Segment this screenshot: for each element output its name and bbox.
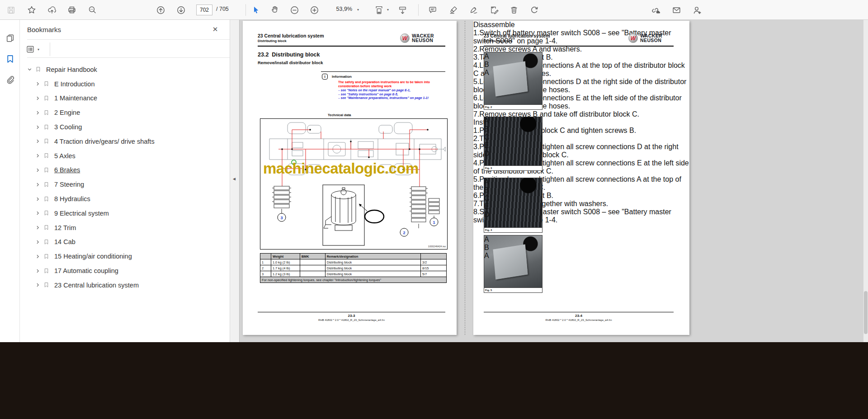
- bookmark-item[interactable]: 8 Hydraulics: [20, 192, 230, 206]
- bookmark-item[interactable]: 3 Cooling: [20, 120, 230, 134]
- scrollbar-thumb[interactable]: [864, 291, 868, 334]
- bookmark-label[interactable]: 6 Brakes: [54, 166, 80, 174]
- bookmark-ribbon-icon: [43, 124, 52, 131]
- vertical-scrollbar[interactable]: [863, 20, 868, 342]
- bookmark-item[interactable]: 15 Heating/air conditioning: [20, 249, 230, 264]
- chevron-right-icon[interactable]: [35, 197, 43, 202]
- cross-reference-link[interactable]: – see "Maintenance preparations, instruc…: [338, 96, 437, 100]
- chevron-right-icon[interactable]: [35, 139, 43, 144]
- bookmark-item[interactable]: 5 Axles: [20, 149, 230, 163]
- chevron-right-icon[interactable]: [35, 268, 43, 273]
- chevron-right-icon[interactable]: [35, 254, 43, 259]
- bookmark-item[interactable]: 17 Automatic coupling: [20, 264, 230, 278]
- bookmark-item[interactable]: 7 Steering: [20, 177, 230, 192]
- bookmark-label[interactable]: 17 Automatic coupling: [54, 267, 118, 274]
- bookmark-label[interactable]: Repair Handbook: [46, 66, 97, 73]
- cross-reference-link[interactable]: – see "Safety instructions" on page E-5,: [338, 93, 437, 97]
- page-number-input[interactable]: [196, 5, 212, 15]
- cross-reference-link[interactable]: – see "Notes on the repair manual" on pa…: [338, 89, 437, 93]
- bookmark-item[interactable]: 6 Brakes: [20, 163, 230, 178]
- bookmark-label[interactable]: E Introduction: [54, 80, 94, 88]
- sign-icon[interactable]: [466, 2, 482, 18]
- chevron-right-icon[interactable]: [35, 211, 43, 216]
- bookmark-ribbon-icon: [43, 167, 52, 174]
- scroll-mode-icon[interactable]: [394, 2, 410, 18]
- table-cell: [300, 271, 325, 277]
- hand-tool-icon[interactable]: [267, 2, 283, 18]
- highlight-icon[interactable]: [445, 2, 462, 18]
- share-with-people-icon[interactable]: [689, 2, 705, 18]
- chevron-right-icon[interactable]: [35, 110, 43, 115]
- table-header-cell: Weight: [271, 254, 300, 259]
- bookmark-label[interactable]: 14 Cab: [54, 238, 75, 245]
- next-page-icon[interactable]: [173, 2, 189, 18]
- bookmark-label[interactable]: 4 Traction drive/gears/ drive shafts: [54, 138, 155, 145]
- collapse-panel-icon[interactable]: ◄: [232, 176, 236, 181]
- header-rule: [258, 46, 445, 47]
- save-icon[interactable]: [3, 2, 19, 18]
- panel-splitter[interactable]: ◄: [230, 20, 240, 342]
- chevron-down-icon[interactable]: [27, 67, 35, 72]
- bookmark-item[interactable]: 1 Maintenance: [20, 91, 230, 106]
- chevron-right-icon[interactable]: [35, 81, 43, 86]
- bookmark-label[interactable]: 15 Heating/air conditioning: [54, 253, 132, 260]
- star-favorites-icon[interactable]: [24, 2, 40, 18]
- chevron-right-icon[interactable]: [35, 282, 43, 287]
- chevron-right-icon[interactable]: [35, 225, 43, 230]
- zoom-out-icon[interactable]: [286, 2, 302, 18]
- chevron-right-icon[interactable]: [35, 96, 43, 101]
- bookmarks-icon[interactable]: [2, 51, 18, 67]
- share-cloud-icon[interactable]: [44, 2, 60, 18]
- bookmark-label[interactable]: 9 Electrical system: [54, 210, 109, 217]
- bookmark-ribbon-icon: [43, 80, 52, 87]
- chevron-right-icon[interactable]: [35, 125, 43, 130]
- attachments-icon[interactable]: [2, 71, 18, 88]
- bookmark-ribbon-icon: [43, 253, 52, 260]
- bookmark-item[interactable]: 14 Cab: [20, 235, 230, 250]
- zoom-dropdown-caret-icon[interactable]: ▾: [357, 8, 359, 12]
- disassemble-title: Disassemble: [473, 21, 689, 29]
- bookmark-label[interactable]: 23 Central lubrication system: [54, 282, 139, 289]
- redo-icon[interactable]: [526, 2, 542, 18]
- bookmark-item[interactable]: 2 Engine: [20, 105, 230, 120]
- bookmark-item[interactable]: Repair Handbook: [20, 62, 230, 77]
- bookmark-ribbon-icon: [43, 196, 52, 202]
- chevron-right-icon[interactable]: [35, 182, 43, 187]
- bookmark-label[interactable]: 1 Maintenance: [54, 94, 97, 102]
- bookmark-label[interactable]: 7 Steering: [54, 181, 84, 188]
- delete-icon[interactable]: [506, 2, 522, 18]
- zoom-level-value[interactable]: 53,9%: [330, 6, 352, 12]
- find-icon[interactable]: [84, 2, 100, 18]
- select-tool-icon[interactable]: [248, 2, 264, 18]
- bookmark-label[interactable]: 12 Trim: [54, 224, 76, 231]
- bookmark-item[interactable]: E Introduction: [20, 77, 230, 91]
- document-area[interactable]: 23 Central lubrication system Distributi…: [240, 20, 868, 342]
- bookmark-item[interactable]: 23 Central lubrication system: [20, 278, 230, 292]
- bookmark-label[interactable]: 3 Cooling: [54, 123, 82, 131]
- bookmark-options-button[interactable]: ▾: [26, 43, 46, 55]
- bookmark-item[interactable]: 12 Trim: [20, 221, 230, 235]
- print-icon[interactable]: [64, 2, 80, 18]
- chevron-right-icon[interactable]: [35, 168, 43, 173]
- bookmark-label[interactable]: 5 Axles: [54, 152, 75, 160]
- close-icon[interactable]: ✕: [211, 25, 220, 34]
- page-thumbnails-icon[interactable]: [2, 30, 18, 46]
- email-icon[interactable]: [668, 2, 684, 18]
- figure-photo: ABAFig. 2: [484, 52, 542, 110]
- zoom-in-icon[interactable]: [306, 2, 322, 18]
- bookmark-label[interactable]: 8 Hydraulics: [54, 195, 90, 202]
- safety-warning-text: The safety and preparation instructions …: [338, 80, 447, 88]
- comment-icon[interactable]: [425, 2, 441, 18]
- share-link-icon[interactable]: [648, 2, 664, 18]
- bookmark-item[interactable]: 4 Traction drive/gears/ drive shafts: [20, 134, 230, 149]
- chevron-right-icon[interactable]: [35, 153, 43, 158]
- bookmark-item[interactable]: 9 Electrical system: [20, 206, 230, 221]
- bookmark-ribbon-icon: [43, 95, 52, 102]
- bookmark-label[interactable]: 2 Engine: [54, 109, 80, 116]
- chevron-right-icon[interactable]: [35, 240, 43, 245]
- fit-width-icon[interactable]: [371, 2, 387, 18]
- fill-and-sign-icon[interactable]: [486, 2, 502, 18]
- fit-dropdown-caret-icon[interactable]: ▾: [387, 8, 389, 12]
- info-links[interactable]: – see "Notes on the repair manual" on pa…: [338, 89, 437, 100]
- previous-page-icon[interactable]: [152, 2, 169, 18]
